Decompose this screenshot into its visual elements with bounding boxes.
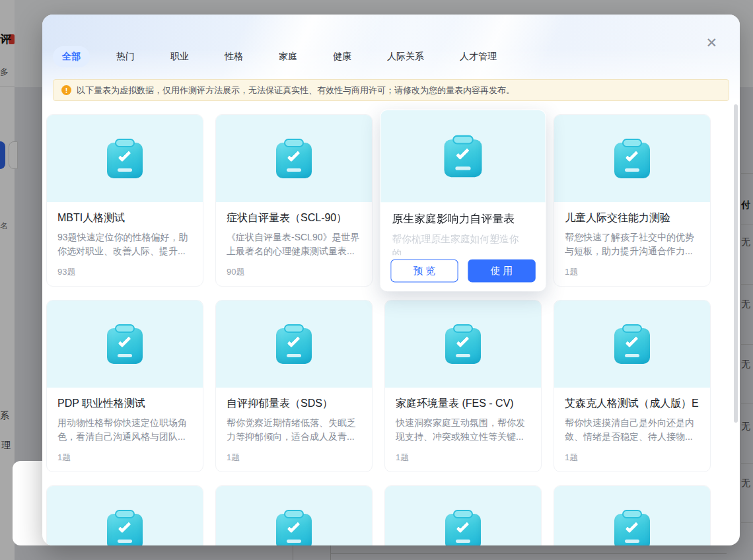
card-description: 帮你快速摸清自己是外向还是内敛、情绪是否稳定、待人接物... (565, 416, 699, 444)
clipboard-check-icon (276, 139, 312, 178)
clipboard-bar (287, 354, 301, 357)
warning-icon: ! (61, 85, 71, 95)
card-title: 艾森克人格测试（成人版）E... (565, 397, 699, 411)
card-icon-area (381, 110, 546, 202)
clipboard-bar (456, 540, 470, 543)
card-actions: 预 览使 用 (390, 255, 535, 282)
clipboard-bar (118, 168, 132, 172)
tab-7[interactable]: 人际关系 (378, 46, 433, 67)
card-icon-area (554, 115, 710, 202)
card-title: 家庭环境量表 (FES - CV) (396, 397, 530, 411)
clipboard-check-icon (107, 324, 143, 364)
card-question-count: 1题 (57, 452, 192, 464)
card-body: 家庭环境量表 (FES - CV)快速洞察家庭互动氛围，帮你发现支持、冲突或独立… (385, 388, 541, 472)
clipboard-body (276, 143, 312, 178)
clipboard-bar (625, 354, 639, 357)
template-card[interactable]: 艾森克人格测试（成人版）E...帮你快速摸清自己是外向还是内敛、情绪是否稳定、待… (554, 300, 711, 472)
clipboard-clip (284, 139, 304, 147)
template-card[interactable]: 症状自评量表（SCL-90）《症状自评量表-SCL90》是世界上最著名的心理健康… (215, 114, 373, 287)
tab-8[interactable]: 人才管理 (450, 46, 506, 67)
card-body: PDP 职业性格测试用动物性格帮你快速定位职场角色，看清自己沟通风格与团队...… (47, 388, 203, 472)
use-button[interactable]: 使 用 (468, 260, 535, 283)
card-icon-area (554, 486, 710, 545)
clipboard-clip (115, 139, 135, 147)
clipboard-clip (115, 324, 135, 333)
template-grid: MBTI人格测试93题快速定位你的性格偏好，助你选对职业、改善人际、提升...9… (42, 114, 740, 545)
card-title: PDP 职业性格测试 (57, 397, 192, 411)
tab-3[interactable]: 职业 (161, 46, 198, 67)
card-icon-area (47, 115, 203, 202)
clipboard-bar (625, 540, 639, 543)
card-icon-area (216, 300, 372, 388)
template-card[interactable]: PDP 职业性格测试用动物性格帮你快速定位职场角色，看清自己沟通风格与团队...… (46, 300, 203, 472)
template-card[interactable]: 家庭环境量表 (FES - CV)快速洞察家庭互动氛围，帮你发现支持、冲突或独立… (384, 300, 542, 472)
card-description: 帮您快速了解孩子社交中的优势与短板，助力提升沟通合作力... (565, 230, 699, 258)
clipboard-check-icon (107, 139, 143, 178)
card-title: 自评抑郁量表（SDS） (227, 397, 361, 411)
card-question-count: 93题 (57, 266, 192, 278)
clipboard-bar (455, 166, 470, 170)
clipboard-check-icon (107, 510, 143, 545)
tab-2[interactable]: 热门 (107, 46, 144, 67)
card-icon-area (216, 115, 372, 202)
clipboard-body (614, 143, 650, 178)
clipboard-check-icon (445, 510, 481, 545)
clipboard-clip (453, 324, 473, 333)
clipboard-bar (456, 354, 470, 357)
clipboard-clip (622, 510, 642, 518)
clipboard-bar (625, 168, 639, 172)
clipboard-bar (287, 540, 301, 543)
clipboard-check-icon (445, 135, 482, 177)
clipboard-check-icon (614, 510, 650, 545)
card-icon-area (385, 486, 541, 545)
card-description: 93题快速定位你的性格偏好，助你选对职业、改善人际、提升... (57, 230, 192, 258)
clipboard-body (614, 328, 650, 364)
tab-4[interactable]: 性格 (215, 46, 252, 67)
card-icon-area (47, 486, 203, 545)
clipboard-bar (118, 354, 132, 357)
template-card[interactable]: 自评抑郁量表（SDS）帮你觉察近期情绪低落、失眠乏力等抑郁倾向，适合成人及青..… (215, 300, 373, 472)
card-icon-area (385, 300, 541, 388)
scrollbar-thumb[interactable] (734, 104, 738, 423)
clipboard-clip (284, 510, 304, 518)
clipboard-check-icon (445, 324, 481, 364)
card-question-count: 90题 (227, 266, 361, 278)
card-description: 用动物性格帮你快速定位职场角色，看清自己沟通风格与团队... (57, 416, 192, 444)
card-title: 儿童人际交往能力测验 (565, 211, 699, 225)
card-description: 《症状自评量表-SCL90》是世界上最著名的心理健康测试量表... (227, 230, 361, 258)
clipboard-clip (452, 135, 474, 145)
template-card[interactable]: 儿童人际交往能力测验帮您快速了解孩子社交中的优势与短板，助力提升沟通合作力...… (554, 114, 711, 287)
template-grid-wrap: MBTI人格测试93题快速定位你的性格偏好，助你选对职业、改善人际、提升...9… (42, 114, 740, 545)
clipboard-body (107, 143, 143, 178)
clipboard-body (276, 328, 312, 364)
card-question-count: 1题 (565, 266, 699, 278)
close-icon[interactable]: ✕ (705, 36, 717, 50)
preview-button[interactable]: 预 览 (390, 260, 458, 283)
notice-banner: ! 以下量表为虚拟数据，仅用作测评方法展示，无法保证真实性、有效性与商用许可；请… (53, 79, 729, 101)
tab-5[interactable]: 家庭 (269, 46, 306, 67)
template-gallery-modal: ✕ 全部热门职业性格家庭健康人际关系人才管理 ! 以下量表为虚拟数据，仅用作测评… (42, 15, 740, 545)
template-card-hovered[interactable]: 预 览使 用原生家庭影响力自评量表帮你梳理原生家庭如何塑造你的... (380, 110, 546, 291)
card-title: MBTI人格测试 (57, 211, 192, 225)
card-icon-area (216, 486, 372, 545)
clipboard-check-icon (614, 139, 650, 178)
template-card[interactable] (46, 485, 203, 545)
card-description: 快速洞察家庭互动氛围，帮你发现支持、冲突或独立性等关键... (396, 416, 530, 444)
tab-6[interactable]: 健康 (324, 46, 361, 67)
card-body: 症状自评量表（SCL-90）《症状自评量表-SCL90》是世界上最著名的心理健康… (216, 202, 372, 286)
card-icon-area (47, 300, 203, 388)
clipboard-body (445, 139, 482, 177)
card-icon-area (554, 300, 710, 388)
tab-1[interactable]: 全部 (53, 46, 90, 67)
clipboard-clip (284, 324, 304, 333)
template-card[interactable] (215, 485, 373, 545)
clipboard-body (445, 328, 481, 364)
clipboard-clip (622, 139, 642, 147)
template-card[interactable]: MBTI人格测试93题快速定位你的性格偏好，助你选对职业、改善人际、提升...9… (46, 114, 203, 287)
card-question-count: 1题 (227, 452, 361, 464)
clipboard-body (107, 328, 143, 364)
clipboard-check-icon (276, 324, 312, 364)
clipboard-check-icon (614, 324, 650, 364)
template-card[interactable] (554, 485, 711, 545)
template-card[interactable] (384, 485, 542, 545)
